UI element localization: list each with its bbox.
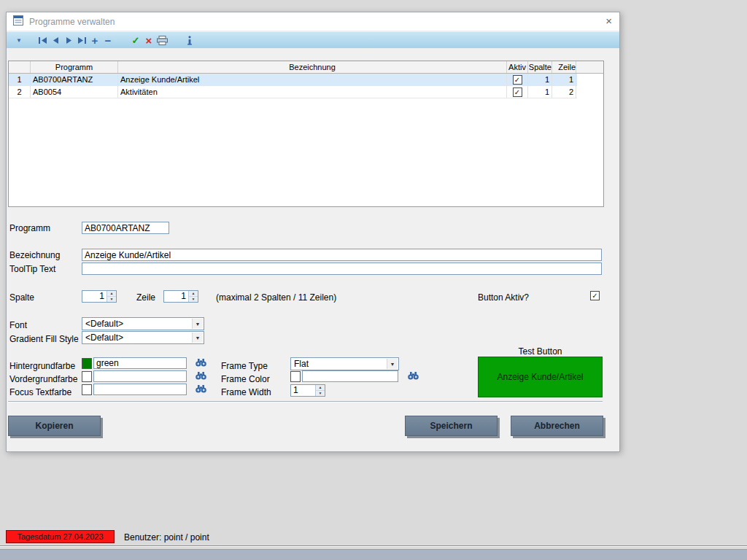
column-header-spalte[interactable]: Spalte: [528, 61, 552, 73]
row-number: 2: [9, 86, 31, 98]
status-divider: [0, 545, 747, 547]
app-icon: [12, 15, 24, 29]
kopieren-button[interactable]: Kopieren: [8, 416, 101, 436]
aktiv-checkbox[interactable]: ✓: [513, 75, 522, 85]
nav-prev-icon[interactable]: [49, 34, 62, 47]
cell-bezeichnung: Anzeige Kunde/Artikel: [118, 74, 507, 85]
programm-label: Programm: [9, 223, 50, 233]
chevron-down-icon[interactable]: ▼: [192, 319, 203, 329]
tooltip-label: ToolTip Text: [9, 264, 55, 274]
color-picker-binoculars-icon[interactable]: [195, 357, 208, 368]
button-aktiv-label: Button Aktiv?: [478, 292, 529, 303]
max-hint-label: (maximal 2 Spalten / 11 Zeilen): [216, 292, 336, 303]
cell-zeile: 2: [552, 86, 576, 98]
column-header-programm[interactable]: Programm: [31, 61, 118, 73]
spalte-label: Spalte: [9, 292, 34, 303]
bezeichnung-label: Bezeichnung: [9, 250, 60, 260]
frame-width-value: 1: [291, 385, 314, 396]
chevron-down-icon[interactable]: ▼: [387, 359, 398, 369]
grid-header: Programm Bezeichnung Aktiv Spalte Zeile: [9, 61, 603, 74]
bezeichnung-field[interactable]: [82, 249, 602, 261]
test-preview-button[interactable]: Anzeige Kunde/Artikel: [478, 357, 603, 397]
cell-programm: AB0054: [31, 86, 118, 98]
focus-textfarbe-field[interactable]: [93, 384, 187, 395]
color-picker-binoculars-icon[interactable]: [195, 384, 208, 394]
speichern-button[interactable]: Speichern: [405, 416, 498, 436]
focus-textfarbe-swatch[interactable]: [82, 384, 92, 395]
add-record-icon[interactable]: +: [88, 34, 101, 47]
frame-type-label: Frame Type: [221, 361, 268, 371]
vordergrundfarbe-label: Vordergrundfarbe: [9, 374, 77, 384]
font-select[interactable]: <Default> ▼: [82, 317, 204, 330]
gradient-value: <Default>: [85, 332, 123, 343]
close-icon[interactable]: ×: [605, 15, 612, 27]
hintergrundfarbe-field[interactable]: [93, 357, 187, 369]
tagesdatum-badge: Tagesdatum 27.04.2023: [6, 530, 115, 543]
tooltip-field[interactable]: [82, 262, 602, 275]
chevron-down-icon[interactable]: ▼: [192, 332, 203, 343]
cell-programm: AB0700ARTANZ: [31, 74, 118, 85]
confirm-icon[interactable]: ✓: [129, 34, 142, 47]
color-picker-binoculars-icon[interactable]: [195, 370, 208, 381]
delete-record-icon[interactable]: −: [101, 34, 115, 47]
frame-width-down-icon[interactable]: ▼: [316, 391, 325, 396]
benutzer-label: Benutzer: point / point: [124, 532, 209, 542]
nav-next-icon[interactable]: [62, 34, 75, 47]
print-icon[interactable]: [155, 34, 169, 47]
nav-last-icon[interactable]: [75, 34, 88, 47]
frame-color-field[interactable]: [302, 370, 398, 382]
info-icon[interactable]: [183, 34, 196, 47]
spalte-value: 1: [82, 291, 106, 302]
abbrechen-button[interactable]: Abbrechen: [511, 416, 603, 436]
zeile-value: 1: [164, 291, 187, 302]
row-number: 1: [9, 74, 31, 85]
vordergrundfarbe-field[interactable]: [93, 370, 187, 382]
column-header-aktiv[interactable]: Aktiv: [507, 61, 528, 73]
spalte-stepper[interactable]: 1 ▲ ▼: [82, 290, 117, 303]
table-row[interactable]: 1 AB0700ARTANZ Anzeige Kunde/Artikel ✓ 1…: [9, 74, 577, 86]
taskbar-strip: [0, 549, 747, 560]
hintergrundfarbe-label: Hintergrundfarbe: [9, 361, 75, 371]
spalte-down-icon[interactable]: ▼: [107, 297, 116, 302]
hintergrundfarbe-swatch[interactable]: [82, 358, 92, 369]
frame-width-up-icon[interactable]: ▲: [316, 385, 325, 391]
zeile-stepper[interactable]: 1 ▲ ▼: [163, 290, 198, 303]
focus-textfarbe-label: Focus Textfarbe: [9, 387, 71, 397]
cell-zeile: 1: [552, 74, 576, 85]
frame-width-label: Frame Width: [221, 387, 271, 397]
gradient-select[interactable]: <Default> ▼: [82, 331, 204, 344]
spalte-up-icon[interactable]: ▲: [107, 291, 116, 297]
cell-spalte: 1: [528, 74, 552, 85]
frame-type-select[interactable]: Flat ▼: [290, 357, 399, 370]
toolbar: ▼ + − ✓ ×: [7, 32, 619, 48]
test-button-label: Test Button: [478, 346, 603, 357]
programm-field[interactable]: [82, 222, 169, 234]
cell-bezeichnung: Aktivitäten: [118, 86, 507, 98]
font-label: Font: [9, 320, 27, 330]
zeile-up-icon[interactable]: ▲: [189, 291, 198, 297]
cell-aktiv: ✓: [507, 86, 528, 98]
nav-first-icon[interactable]: [36, 34, 49, 47]
aktiv-checkbox[interactable]: ✓: [513, 88, 522, 97]
color-picker-binoculars-icon[interactable]: [407, 370, 420, 381]
vordergrundfarbe-swatch[interactable]: [82, 371, 92, 382]
cancel-icon[interactable]: ×: [142, 34, 155, 47]
frame-type-value: Flat: [294, 359, 309, 369]
programs-grid: Programm Bezeichnung Aktiv Spalte Zeile …: [8, 61, 604, 207]
separator: [8, 401, 603, 402]
column-header-zeile[interactable]: Zeile: [552, 61, 576, 73]
window-title: Programme verwalten: [29, 17, 115, 27]
zeile-down-icon[interactable]: ▼: [189, 297, 198, 302]
button-aktiv-checkbox[interactable]: ✓: [590, 291, 600, 300]
gradient-label: Gradient Fill Style: [9, 334, 79, 344]
table-row[interactable]: 2 AB0054 Aktivitäten ✓ 1 2: [9, 86, 577, 98]
column-header-bezeichnung[interactable]: Bezeichnung: [118, 61, 507, 73]
titlebar[interactable]: Programme verwalten ×: [7, 12, 619, 31]
frame-color-swatch[interactable]: [290, 371, 301, 382]
frame-width-stepper[interactable]: 1 ▲ ▼: [290, 384, 325, 397]
column-header-rownum[interactable]: [9, 61, 31, 73]
cell-spalte: 1: [528, 86, 552, 98]
dropdown-arrow-icon[interactable]: ▼: [12, 34, 26, 47]
frame-color-label: Frame Color: [221, 374, 270, 384]
zeile-label: Zeile: [136, 292, 155, 303]
